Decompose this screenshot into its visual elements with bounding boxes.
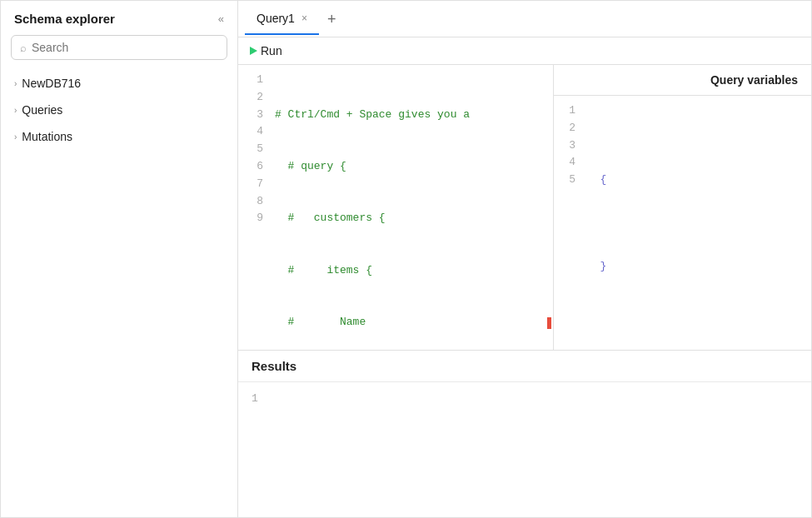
- error-marker: [547, 317, 551, 329]
- code-line-4: # items {: [275, 262, 550, 280]
- results-line-1: 1: [252, 389, 798, 408]
- vars-line-numbers: 1 2 3 4 5: [554, 96, 584, 351]
- tab-query1-label: Query1: [257, 12, 295, 25]
- line-num-4: 4: [247, 123, 263, 141]
- line-num-9: 9: [247, 210, 263, 227]
- query-variables-panel: Query variables 1 2 3 4 5 { }: [553, 65, 811, 350]
- code-line-3: # customers {: [275, 210, 550, 227]
- code-line-1: # Ctrl/Cmd + Space gives you a: [275, 107, 550, 124]
- query-variables-content[interactable]: 1 2 3 4 5 { }: [554, 96, 811, 351]
- search-icon: ⌕: [20, 42, 27, 54]
- line-num-6: 6: [247, 158, 263, 176]
- tab-close-icon[interactable]: ×: [301, 13, 307, 23]
- chevron-right-icon: ›: [14, 132, 17, 142]
- line-numbers: 1 2 3 4 5 6 7 8 9: [238, 65, 271, 350]
- results-content: 1: [238, 382, 811, 415]
- run-bar: Run: [238, 37, 811, 65]
- vars-line-4: }: [587, 258, 665, 276]
- run-icon: [250, 47, 257, 55]
- query-variables-header: Query variables: [554, 65, 811, 96]
- chevron-right-icon: ›: [14, 79, 17, 88]
- main-panel: Query1 × + Run 1 2 3 4 5: [238, 1, 811, 517]
- collapse-button[interactable]: «: [215, 11, 227, 27]
- code-editor[interactable]: 1 2 3 4 5 6 7 8 9 # Ctrl/Cmd + Space giv…: [238, 65, 553, 350]
- sidebar-item-queries-label: Queries: [22, 103, 62, 117]
- line-num-1: 1: [247, 72, 263, 89]
- vars-num-1: 1: [562, 102, 575, 120]
- vars-line-2: {: [587, 172, 665, 189]
- line-num-3: 3: [247, 107, 263, 124]
- tab-bar: Query1 × +: [238, 1, 811, 37]
- editor-area: 1 2 3 4 5 6 7 8 9 # Ctrl/Cmd + Space giv…: [238, 65, 811, 351]
- vars-num-2: 2: [562, 120, 575, 137]
- tab-query1[interactable]: Query1 ×: [245, 3, 319, 35]
- sidebar-header: Schema explorer «: [1, 11, 237, 35]
- line-num-5: 5: [247, 141, 263, 158]
- search-box[interactable]: ⌕: [11, 35, 227, 60]
- search-input[interactable]: [32, 41, 218, 54]
- line-num-8: 8: [247, 193, 263, 211]
- vars-num-3: 3: [562, 137, 575, 155]
- sidebar: Schema explorer « ⌕ › NewDB716 › Queries…: [1, 1, 238, 517]
- run-button[interactable]: Run: [250, 44, 282, 57]
- sidebar-item-newdb[interactable]: › NewDB716: [1, 70, 237, 97]
- sidebar-item-queries[interactable]: › Queries: [1, 97, 237, 123]
- vars-num-5: 5: [562, 172, 575, 189]
- tab-add-button[interactable]: +: [319, 5, 345, 33]
- line-num-7: 7: [247, 176, 263, 193]
- sidebar-item-mutations-label: Mutations: [22, 130, 72, 143]
- run-label: Run: [261, 44, 282, 57]
- line-num-2: 2: [247, 89, 263, 107]
- chevron-right-icon: ›: [14, 106, 17, 115]
- results-area: Results 1: [238, 351, 811, 517]
- sidebar-item-mutations[interactable]: › Mutations: [1, 123, 237, 150]
- code-line-2: # query {: [275, 158, 550, 176]
- code-content[interactable]: # Ctrl/Cmd + Space gives you a # query {…: [271, 65, 553, 350]
- sidebar-item-newdb-label: NewDB716: [22, 77, 81, 90]
- vars-num-4: 4: [562, 154, 575, 172]
- results-header: Results: [238, 351, 811, 382]
- vars-code: { }: [584, 96, 669, 351]
- sidebar-title: Schema explorer: [14, 12, 115, 26]
- code-panel: 1 2 3 4 5 6 7 8 9 # Ctrl/Cmd + Space giv…: [238, 65, 553, 350]
- code-line-5: # Name: [275, 314, 550, 331]
